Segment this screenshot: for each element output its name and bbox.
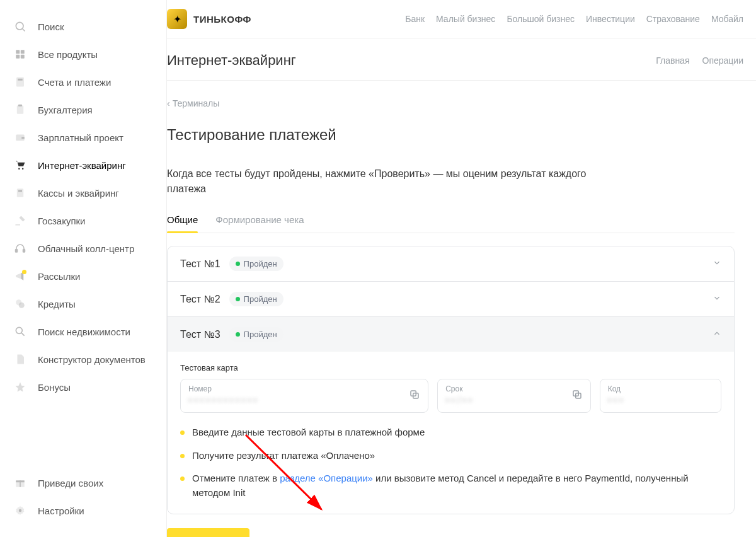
copy-icon[interactable]: [571, 389, 583, 403]
test-row-header[interactable]: Тест №2 Пройден: [168, 282, 734, 316]
svg-rect-16: [16, 250, 18, 253]
gift-icon: [13, 475, 28, 490]
topbar: ✦ ТИНЬКОФФ Банк Малый бизнес Большой биз…: [167, 0, 756, 38]
subbar: Интернет-эквайринг Главная Операции: [167, 38, 756, 81]
chevron-down-icon: [713, 258, 721, 270]
test-title: Тест №2: [180, 294, 220, 305]
status-dot-icon: [236, 332, 240, 337]
operations-link[interactable]: разделе «Операции»: [280, 473, 373, 483]
check-button[interactable]: Проверить: [167, 528, 249, 537]
svg-rect-8: [17, 105, 24, 114]
subnav-main[interactable]: Главная: [656, 55, 689, 66]
sidebar-item-label: Госзакупки: [38, 216, 85, 226]
svg-rect-14: [17, 188, 24, 197]
status-dot-icon: [236, 262, 240, 266]
sidebar-item-settings[interactable]: Настройки: [0, 497, 166, 524]
sidebar-item-real-estate-search[interactable]: Поиск недвижимости: [0, 318, 166, 345]
topnav-bank[interactable]: Банк: [405, 14, 425, 24]
sidebar: Поиск Все продукты Счета и платежи Бухга…: [0, 0, 167, 537]
clipboard-icon: [13, 102, 28, 117]
sidebar-item-label: Кассы и эквайринг: [38, 188, 119, 199]
sidebar-item-accounts[interactable]: Счета и платежи: [0, 68, 166, 96]
card-code-value: • • •: [608, 395, 713, 406]
svg-rect-9: [18, 105, 22, 107]
brand[interactable]: ✦ ТИНЬКОФФ: [167, 9, 251, 29]
svg-point-19: [19, 303, 25, 308]
topnav-insurance[interactable]: Страхование: [646, 14, 700, 24]
sidebar-item-label: Кредиты: [38, 299, 76, 309]
subnav-operations[interactable]: Операции: [702, 55, 744, 66]
megaphone-icon: [13, 268, 28, 284]
test-row-header[interactable]: Тест №3 Пройден: [168, 317, 734, 352]
sidebar-item-campaigns[interactable]: Рассылки: [0, 262, 166, 290]
svg-rect-11: [21, 137, 25, 139]
svg-rect-15: [18, 190, 22, 192]
test-row-3: Тест №3 Пройден Тестовая карта Номер • •…: [168, 317, 734, 514]
tab-general[interactable]: Общие: [167, 209, 198, 233]
document-icon: [13, 352, 28, 367]
svg-point-13: [22, 168, 24, 170]
status-badge: Пройден: [229, 257, 284, 271]
test-row-1: Тест №1 Пройден: [168, 246, 734, 282]
svg-point-20: [16, 327, 22, 333]
svg-rect-4: [16, 55, 20, 59]
sidebar-item-salary[interactable]: Зарплатный проект: [0, 124, 166, 151]
card-number-field[interactable]: Номер • • • • • • • • • • • •: [180, 379, 428, 413]
sidebar-item-pos-acquiring[interactable]: Кассы и эквайринг: [0, 179, 166, 207]
step-item: Получите результат платежа «Оплачено»: [180, 449, 721, 463]
chevron-down-icon: [713, 294, 721, 305]
cart-icon: [13, 158, 28, 173]
sidebar-item-label: Настройки: [38, 505, 84, 516]
sidebar-item-label: Бухгалтерия: [38, 105, 93, 115]
copy-icon[interactable]: [409, 389, 420, 403]
topnav-big-biz[interactable]: Большой бизнес: [507, 14, 575, 24]
sidebar-item-label: Приведи своих: [38, 478, 103, 488]
sidebar-item-label: Счета и платежи: [38, 77, 111, 88]
card-code-field[interactable]: Код • • •: [600, 379, 721, 413]
brand-name: ТИНЬКОФФ: [193, 14, 251, 25]
test-row-2: Тест №2 Пройден: [168, 282, 734, 317]
svg-rect-17: [23, 250, 25, 253]
sidebar-item-all-products[interactable]: Все продукты: [0, 40, 166, 68]
svg-line-1: [23, 29, 25, 32]
sidebar-item-referral[interactable]: Приведи своих: [0, 469, 166, 497]
search-house-icon: [13, 324, 28, 339]
sidebar-item-bonuses[interactable]: Бонусы: [0, 373, 166, 401]
sidebar-item-ecom-acquiring[interactable]: Интернет-эквайринг: [0, 151, 166, 179]
test-row-header[interactable]: Тест №1 Пройден: [168, 246, 734, 281]
status-badge: Пройден: [229, 292, 284, 306]
chevron-up-icon: [713, 329, 721, 340]
brand-logo-icon: ✦: [167, 9, 187, 29]
sidebar-item-gov-procurement[interactable]: Госзакупки: [0, 207, 166, 234]
svg-rect-24: [20, 480, 21, 487]
sidebar-item-doc-builder[interactable]: Конструктор документов: [0, 345, 166, 373]
content: ‹ Терминалы Тестирование платежей Когда …: [167, 81, 756, 537]
test-title: Тест №1: [180, 258, 220, 270]
wallet-icon: [13, 130, 28, 145]
status-dot-icon: [236, 297, 240, 301]
page-description: Когда все тесты будут пройдены, нажмите …: [167, 166, 621, 197]
gear-icon: [13, 503, 28, 518]
headset-icon: [13, 241, 28, 256]
breadcrumb[interactable]: ‹ Терминалы: [167, 98, 735, 108]
svg-point-12: [18, 168, 20, 170]
sidebar-item-credits[interactable]: Кредиты: [0, 290, 166, 318]
topnav-small-biz[interactable]: Малый бизнес: [436, 14, 495, 24]
coins-icon: [13, 296, 28, 311]
svg-line-21: [21, 333, 25, 336]
pos-icon: [13, 185, 28, 200]
step-item: Отмените платеж в разделе «Операции» или…: [180, 471, 721, 500]
chevron-left-icon: ‹: [167, 98, 170, 108]
svg-rect-3: [21, 50, 25, 54]
star-icon: [13, 379, 28, 395]
sidebar-item-label: Все продукты: [38, 49, 98, 60]
sidebar-item-search[interactable]: Поиск: [0, 13, 166, 40]
field-label: Номер: [188, 384, 420, 393]
card-fields: Номер • • • • • • • • • • • • Срок • • /…: [180, 379, 721, 413]
topnav-invest[interactable]: Инвестиции: [586, 14, 635, 24]
topnav-mobile[interactable]: Мобайл: [711, 14, 743, 24]
card-expiry-field[interactable]: Срок • • / • •: [437, 379, 591, 413]
sidebar-item-call-center[interactable]: Облачный колл-центр: [0, 234, 166, 262]
tab-receipt[interactable]: Формирование чека: [215, 209, 304, 233]
sidebar-item-accounting[interactable]: Бухгалтерия: [0, 96, 166, 124]
